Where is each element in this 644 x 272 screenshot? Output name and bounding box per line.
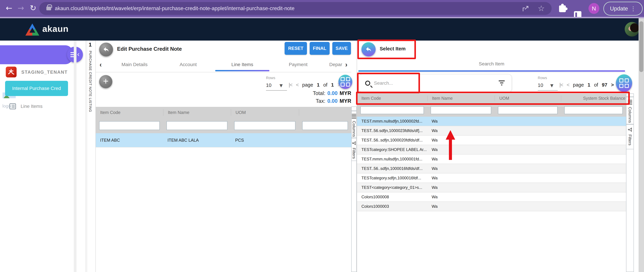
- page-title: Edit Purchase Credit Note: [117, 46, 182, 52]
- browser-update-button[interactable]: Update ⋮: [604, 2, 643, 15]
- first-page-button[interactable]: |<: [289, 82, 292, 88]
- picker-back-button[interactable]: [362, 42, 376, 56]
- item-row[interactable]: Colors1000003 Wa: [357, 202, 626, 211]
- tabs-scroll-right-icon[interactable]: ›: [345, 61, 348, 68]
- tabs-scroll-left-icon[interactable]: ‹: [100, 61, 102, 68]
- rows-caret-icon[interactable]: ▼: [280, 83, 282, 88]
- item-code-cell: TEST.mmm.nullsdfjn,1000001fd...: [357, 157, 427, 161]
- line-items-table-header: Item Code Item Name UOM: [96, 107, 351, 118]
- tab-main-details[interactable]: Main Details: [122, 62, 148, 67]
- picker-rows-caret-icon[interactable]: ▼: [550, 83, 553, 88]
- picker-rows-select[interactable]: 10: [538, 82, 543, 88]
- browser-back-icon[interactable]: ←: [6, 4, 12, 12]
- picker-col-uom[interactable]: UOM: [494, 95, 561, 101]
- item-row[interactable]: TEST.mmm.nullsdfjn,1000001fd... Wa: [357, 155, 626, 164]
- right-columns-tab[interactable]: Columns: [626, 97, 634, 124]
- picker-col-item-code[interactable]: Item Code: [357, 95, 427, 101]
- annotation-arrow-head: [446, 130, 455, 140]
- cell-item-code: ITEM ABC: [96, 138, 163, 143]
- add-line-button[interactable]: +: [99, 75, 112, 88]
- item-name-cell: Wa: [427, 157, 494, 161]
- item-row[interactable]: TEST<category<category_01>s... Wa: [357, 183, 626, 192]
- extensions-puzzle-icon[interactable]: [559, 5, 566, 12]
- picker-filter-uom-input[interactable]: [498, 106, 558, 114]
- item-name-cell: Wa: [427, 128, 494, 133]
- address-bar[interactable]: akaun.cloud/#/applets/tnt/wavelet/erp/in…: [39, 2, 552, 15]
- bookmark-star-icon[interactable]: ☆: [538, 4, 545, 12]
- user-avatar[interactable]: [625, 22, 639, 36]
- sort-filter-icon[interactable]: [499, 80, 505, 85]
- tab-payment[interactable]: Payment: [289, 62, 308, 67]
- item-row[interactable]: TEST..56..sdfjn,1000016fdfds/df... Wa: [357, 164, 626, 173]
- url-text[interactable]: akaun.cloud/#/applets/tnt/wavelet/erp/in…: [55, 5, 294, 11]
- collapse-chevron-icon: ‹: [77, 51, 79, 57]
- layout-grid-button[interactable]: [338, 75, 352, 89]
- tab-search-item[interactable]: Search Item: [479, 61, 504, 67]
- browser-forward-icon[interactable]: →: [18, 4, 24, 12]
- left-strip-spacer: [351, 106, 357, 111]
- col-item-code[interactable]: Item Code: [96, 109, 163, 116]
- col-uom[interactable]: UOM: [231, 109, 299, 116]
- annotation-arrow-stem: [449, 139, 452, 160]
- final-button[interactable]: FINAL: [310, 42, 330, 55]
- item-row[interactable]: TESTcategory:SHOPEE LABEL Ar... Wa: [357, 145, 626, 155]
- plus-icon: +: [103, 76, 109, 86]
- item-row[interactable]: TEST.mmm.nullsdfjn,1000002fd... Wa: [357, 117, 626, 126]
- filter-uom-input[interactable]: [234, 121, 296, 130]
- filter-item-name-input[interactable]: [166, 121, 228, 130]
- tenant-logo-icon[interactable]: [6, 67, 16, 77]
- tax-label: Tax:: [316, 98, 326, 104]
- picker-filter-item-name-input[interactable]: [431, 106, 491, 114]
- page-scrollbar-thumb[interactable]: [639, 21, 643, 72]
- picker-filter-stock-input[interactable]: [564, 106, 623, 114]
- item-row[interactable]: Colors1000008 Wa: [357, 192, 626, 202]
- applet-header[interactable]: logo Internal Purchase Credit Note Apple…: [0, 45, 73, 64]
- picker-filters-tab-label: Filters: [628, 134, 632, 145]
- picker-title: Select Item: [380, 46, 406, 51]
- brand-name: akaun: [42, 24, 68, 34]
- filter-item-code-input[interactable]: [99, 121, 160, 130]
- item-code-cell: TEST..56..sdfjn,1000016fdfds/df...: [357, 166, 427, 171]
- item-row[interactable]: TEST..56.sdfjn,1000023fdfds/df]... Wa: [357, 126, 626, 136]
- module-button[interactable]: Internal Purchase Cred: [5, 81, 68, 96]
- tab-line-items[interactable]: Line Items: [231, 62, 253, 67]
- sidebar-scrollbar[interactable]: [74, 40, 76, 272]
- tab-department[interactable]: Depar: [329, 62, 342, 67]
- item-search-bar[interactable]: [359, 74, 512, 92]
- picker-col-item-name[interactable]: Item Name: [427, 95, 494, 101]
- sidebar-item-line-items[interactable]: Line Items: [9, 103, 42, 110]
- picker-prev-page-button[interactable]: <: [567, 82, 569, 88]
- page-number: 1: [317, 82, 320, 88]
- back-button[interactable]: [99, 43, 113, 56]
- col-extra[interactable]: [299, 109, 351, 116]
- total-label: Total:: [313, 90, 326, 96]
- rows-per-page-select[interactable]: 10: [266, 82, 272, 88]
- left-filters-tab[interactable]: Filters: [351, 138, 357, 161]
- right-filters-tab[interactable]: Filters: [626, 124, 634, 149]
- item-code-cell: TESTcategory:SHOPEE LABEL Ar...: [357, 147, 427, 152]
- picker-col-stock-balance[interactable]: System Stock Balance: [561, 95, 626, 101]
- search-input[interactable]: [374, 80, 469, 86]
- picker-filter-row: [357, 104, 626, 117]
- line-item-row[interactable]: ITEM ABC ITEM ABC LALA PCS: [96, 133, 351, 147]
- browser-profile-avatar[interactable]: N: [588, 3, 599, 14]
- item-row[interactable]: TESTcategory.sdfjn,1000016fdf... Wa: [357, 173, 626, 183]
- tax-currency: MYR: [340, 98, 351, 104]
- picker-of-word: of: [594, 82, 598, 88]
- picker-layout-grid-button[interactable]: [616, 74, 632, 92]
- filter-extra-input[interactable]: [302, 121, 348, 130]
- share-icon[interactable]: [522, 5, 529, 12]
- left-columns-tab[interactable]: Columns: [351, 111, 357, 138]
- picker-first-page-button[interactable]: |<: [560, 82, 563, 88]
- picker-next-page-button[interactable]: >: [611, 82, 614, 88]
- browser-reload-icon[interactable]: ↻: [30, 4, 36, 12]
- browser-menu-icon[interactable]: ⋮: [630, 5, 636, 12]
- item-row[interactable]: TEST..56..sdfjn,1000020fdfds/df... Wa: [357, 136, 626, 145]
- save-button[interactable]: SAVE: [332, 42, 351, 55]
- reset-button[interactable]: RESET: [284, 42, 307, 55]
- cell-uom: PCS: [231, 138, 299, 143]
- picker-filter-item-code-input[interactable]: [360, 106, 424, 114]
- col-item-name[interactable]: Item Name: [163, 109, 231, 116]
- prev-page-button[interactable]: <: [296, 82, 298, 88]
- tab-account[interactable]: Account: [180, 62, 196, 67]
